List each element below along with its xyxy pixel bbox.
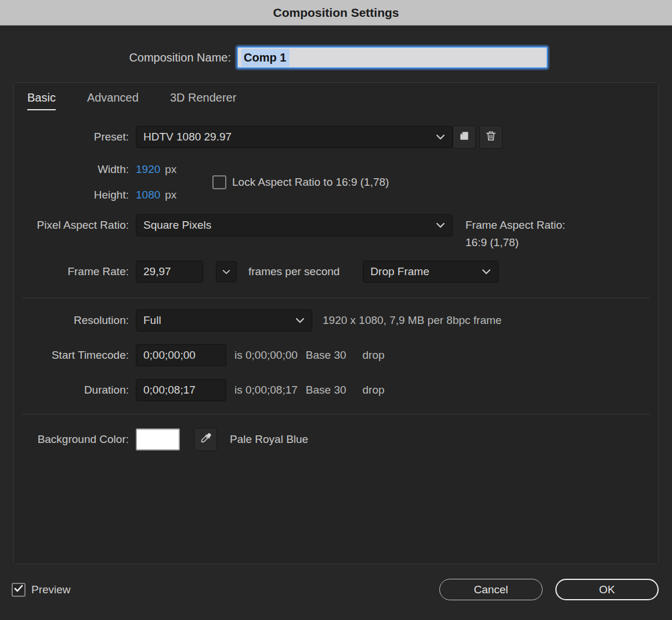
start-timecode-is: is 0;00;00;00 bbox=[234, 349, 298, 362]
frame-aspect-ratio-block: Frame Aspect Ratio: 16:9 (1,78) bbox=[465, 214, 565, 251]
tab-3d-renderer[interactable]: 3D Renderer bbox=[170, 91, 237, 110]
dialog-titlebar[interactable]: Composition Settings bbox=[0, 0, 672, 26]
width-row: Width: 1920 px bbox=[14, 163, 658, 176]
trash-icon bbox=[485, 129, 497, 145]
background-color-swatch[interactable] bbox=[136, 428, 180, 450]
height-row: Height: 1080 px bbox=[14, 189, 658, 201]
chevron-down-icon bbox=[436, 222, 445, 228]
section-divider bbox=[22, 414, 650, 414]
height-unit: px bbox=[165, 189, 176, 201]
chevron-down-icon bbox=[222, 266, 230, 277]
resolution-dropdown[interactable]: Full bbox=[136, 309, 312, 331]
composition-settings-dialog: Composition Settings Composition Name: C… bbox=[0, 0, 672, 620]
preview-checkbox[interactable] bbox=[12, 583, 26, 597]
pixel-aspect-ratio-dropdown[interactable]: Square Pixels bbox=[136, 214, 453, 236]
start-timecode-base: Base 30 bbox=[306, 349, 346, 362]
chevron-down-icon bbox=[482, 269, 491, 275]
composition-name-input[interactable]: Comp 1 bbox=[237, 46, 548, 69]
resolution-info: 1920 x 1080, 7,9 MB per 8bpc frame bbox=[323, 314, 501, 327]
background-color-row: Background Color: Pale Royal Blue bbox=[14, 428, 658, 451]
dimensions-block: Width: 1920 px Lock Aspect Ratio to 16:9… bbox=[14, 163, 658, 201]
duration-is: is 0;00;08;17 bbox=[234, 384, 298, 396]
basic-tab-content: Preset: HDTV 1080 29.97 bbox=[14, 110, 658, 451]
composition-name-label: Composition Name: bbox=[0, 51, 231, 64]
preset-row: Preset: HDTV 1080 29.97 bbox=[14, 125, 658, 149]
eyedropper-button[interactable] bbox=[194, 428, 217, 451]
section-divider bbox=[22, 298, 650, 298]
start-timecode-input[interactable]: 0;00;00;00 bbox=[136, 344, 226, 366]
composition-name-row: Composition Name: Comp 1 bbox=[0, 46, 672, 69]
save-preset-button[interactable] bbox=[453, 125, 476, 149]
preview-label: Preview bbox=[31, 583, 71, 596]
drop-frame-value: Drop Frame bbox=[370, 265, 429, 278]
eyedropper-icon bbox=[199, 432, 212, 447]
duration-base: Base 30 bbox=[306, 384, 346, 396]
lock-aspect-label: Lock Aspect Ratio to 16:9 (1,78) bbox=[232, 176, 389, 189]
resolution-row: Resolution: Full 1920 x 1080, 7,9 MB per… bbox=[14, 309, 658, 331]
duration-row: Duration: 0;00;08;17 is 0;00;08;17 Base … bbox=[14, 379, 658, 401]
preset-value: HDTV 1080 29.97 bbox=[143, 131, 232, 143]
tab-bar: Basic Advanced 3D Renderer bbox=[14, 83, 658, 110]
pixel-aspect-ratio-value: Square Pixels bbox=[143, 219, 211, 232]
background-color-label: Background Color: bbox=[14, 433, 129, 446]
lock-aspect-ratio[interactable]: Lock Aspect Ratio to 16:9 (1,78) bbox=[212, 175, 389, 189]
frame-rate-label: Frame Rate: bbox=[14, 265, 129, 278]
ok-button[interactable]: OK bbox=[555, 579, 659, 600]
frame-rate-value: 29,97 bbox=[143, 265, 171, 278]
tab-basic[interactable]: Basic bbox=[27, 91, 56, 110]
preview-toggle[interactable]: Preview bbox=[12, 583, 71, 597]
delete-preset-button[interactable] bbox=[479, 125, 503, 149]
frame-rate-preset-dropdown[interactable] bbox=[216, 261, 237, 282]
frame-rate-input[interactable]: 29,97 bbox=[136, 261, 203, 283]
frame-rate-row: Frame Rate: 29,97 frames per second Drop… bbox=[14, 261, 658, 283]
start-timecode-label: Start Timecode: bbox=[14, 349, 129, 362]
pixel-aspect-ratio-row: Pixel Aspect Ratio: Square Pixels Frame … bbox=[14, 214, 658, 251]
preset-label: Preset: bbox=[14, 131, 129, 143]
resolution-label: Resolution: bbox=[14, 314, 129, 327]
width-unit: px bbox=[165, 163, 176, 176]
chevron-down-icon bbox=[295, 318, 305, 323]
start-timecode-value: 0;00;00;00 bbox=[143, 349, 196, 362]
chevron-down-icon bbox=[436, 134, 445, 140]
background-color-name: Pale Royal Blue bbox=[230, 433, 308, 446]
tab-advanced[interactable]: Advanced bbox=[87, 91, 139, 110]
resolution-value: Full bbox=[143, 314, 161, 327]
duration-input[interactable]: 0;00;08;17 bbox=[136, 379, 226, 401]
frame-aspect-ratio-label: Frame Aspect Ratio: bbox=[465, 217, 565, 234]
start-timecode-row: Start Timecode: 0;00;00;00 is 0;00;00;00… bbox=[14, 344, 658, 366]
duration-label: Duration: bbox=[14, 384, 129, 396]
frame-aspect-ratio-value: 16:9 (1,78) bbox=[465, 234, 565, 251]
cancel-button[interactable]: Cancel bbox=[439, 579, 543, 600]
height-value[interactable]: 1080 bbox=[136, 189, 160, 201]
frames-per-second-label: frames per second bbox=[248, 265, 339, 278]
duration-drop: drop bbox=[363, 384, 385, 396]
drop-frame-dropdown[interactable]: Drop Frame bbox=[363, 261, 498, 283]
save-preset-icon bbox=[458, 130, 470, 144]
composition-name-value: Comp 1 bbox=[241, 49, 290, 67]
width-label: Width: bbox=[14, 163, 129, 176]
lock-aspect-checkbox[interactable] bbox=[212, 175, 226, 189]
start-timecode-drop: drop bbox=[363, 349, 385, 362]
dialog-footer: Preview Cancel OK bbox=[12, 579, 659, 600]
pixel-aspect-ratio-label: Pixel Aspect Ratio: bbox=[14, 214, 129, 236]
dialog-title: Composition Settings bbox=[273, 6, 399, 20]
width-value[interactable]: 1920 bbox=[136, 163, 160, 176]
settings-panel: Basic Advanced 3D Renderer Preset: HDTV … bbox=[13, 82, 659, 564]
preset-dropdown[interactable]: HDTV 1080 29.97 bbox=[136, 126, 453, 148]
height-label: Height: bbox=[14, 189, 129, 201]
duration-value: 0;00;08;17 bbox=[143, 384, 196, 396]
checkmark-icon bbox=[14, 585, 23, 595]
